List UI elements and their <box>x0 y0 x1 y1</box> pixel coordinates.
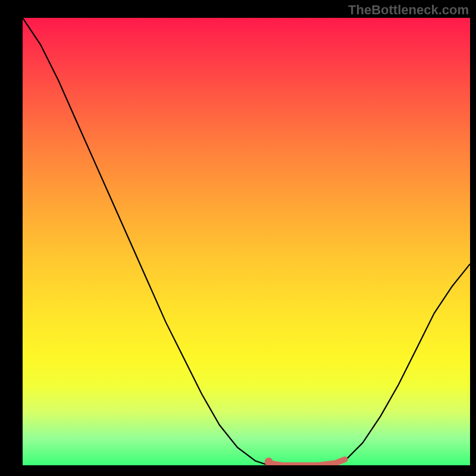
chart-svg <box>23 18 470 465</box>
chart-background <box>23 18 470 465</box>
highlight-segment <box>269 459 345 465</box>
highlight-dot <box>265 458 273 465</box>
main-curve <box>23 18 470 465</box>
watermark-text: TheBottleneck.com <box>348 2 469 18</box>
